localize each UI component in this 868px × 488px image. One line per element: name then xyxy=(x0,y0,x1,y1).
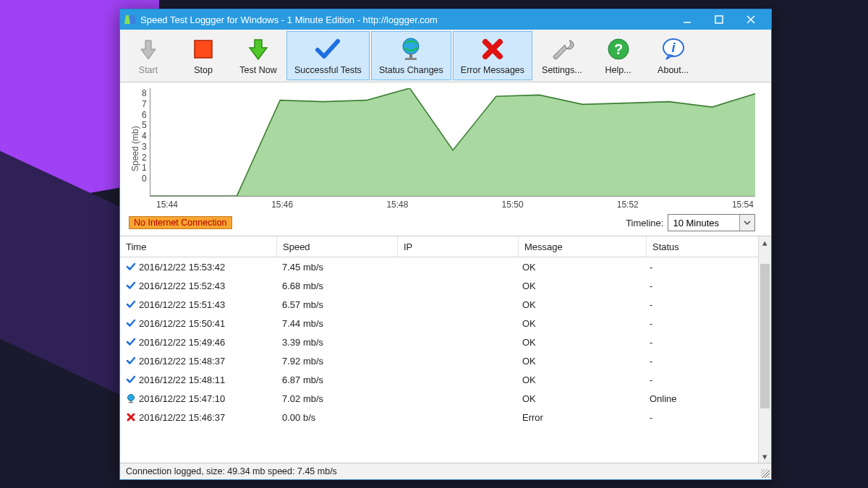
xtick: 15:46 xyxy=(271,200,293,210)
ytick: 2 xyxy=(142,153,147,163)
cell-time: 2016/12/22 15:48:37 xyxy=(139,356,225,367)
maximize-button[interactable] xyxy=(703,9,735,30)
ytick: 5 xyxy=(142,120,147,130)
cell-status: - xyxy=(644,374,771,385)
cell-time: 2016/12/22 15:51:43 xyxy=(139,299,225,310)
minimize-button[interactable] xyxy=(671,9,703,30)
log-table: Time Speed IP Message Status 2016/12/22 … xyxy=(120,236,771,463)
window-title: Speed Test Loggger for Windows - 1 Minut… xyxy=(140,14,438,25)
table-row[interactable]: 2016/12/22 15:51:43 6.57 mb/s OK - xyxy=(120,295,771,314)
error-messages-toggle[interactable]: Error Messages xyxy=(453,31,532,80)
settings-button[interactable]: Settings... xyxy=(534,31,590,80)
stop-button[interactable]: Stop xyxy=(176,31,230,80)
cell-message: OK xyxy=(516,356,644,367)
start-button[interactable]: Start xyxy=(122,31,175,80)
chart-plot xyxy=(150,88,755,197)
cell-speed: 6.57 mb/s xyxy=(276,299,396,310)
check-icon xyxy=(126,299,136,309)
cell-time: 2016/12/22 15:49:46 xyxy=(139,337,225,348)
info-icon: i xyxy=(659,35,688,64)
chart-ylabel: Speed (mb) xyxy=(129,88,142,197)
test-now-icon xyxy=(244,35,273,64)
svg-rect-6 xyxy=(409,53,412,58)
table-row[interactable]: 2016/12/22 15:46:37 0.00 b/s Error - xyxy=(120,408,771,427)
toolbar: Start Stop Test Now Successful Tests Sta… xyxy=(120,30,771,82)
cell-message: OK xyxy=(516,393,644,404)
timeline-select[interactable]: 10 Minutes xyxy=(668,214,755,231)
cell-message: OK xyxy=(516,262,644,273)
scrollbar[interactable]: ▴ ▾ xyxy=(758,236,771,463)
cell-time: 2016/12/22 15:53:42 xyxy=(139,262,225,273)
ytick: 3 xyxy=(142,142,147,152)
timeline-value: 10 Minutes xyxy=(668,218,739,228)
status-text: Connection logged, size: 49.34 mb speed:… xyxy=(126,466,337,476)
successful-tests-toggle[interactable]: Successful Tests xyxy=(286,31,370,80)
chevron-down-icon xyxy=(739,215,754,231)
globe-icon xyxy=(126,393,136,403)
cell-speed: 6.68 mb/s xyxy=(276,281,396,291)
globe-icon xyxy=(396,35,425,64)
table-row[interactable]: 2016/12/22 15:50:41 7.44 mb/s OK - xyxy=(120,314,771,333)
cell-speed: 7.45 mb/s xyxy=(276,262,396,273)
stop-icon xyxy=(189,35,218,64)
cell-time: 2016/12/22 15:47:10 xyxy=(139,393,225,404)
titlebar[interactable]: Speed Test Loggger for Windows - 1 Minut… xyxy=(120,9,771,30)
xtick: 15:54 xyxy=(732,200,754,210)
cell-time: 2016/12/22 15:50:41 xyxy=(139,318,225,329)
cell-speed: 7.44 mb/s xyxy=(276,318,396,329)
cell-status: Online xyxy=(644,393,771,404)
cell-speed: 7.02 mb/s xyxy=(276,393,396,404)
no-connection-badge: No Internet Connection xyxy=(129,216,232,229)
col-ip[interactable]: IP xyxy=(398,236,519,257)
check-icon xyxy=(126,337,136,347)
cell-status: - xyxy=(644,281,771,291)
scroll-thumb[interactable] xyxy=(760,264,770,408)
wrench-icon xyxy=(548,35,576,64)
help-icon: ? xyxy=(604,35,633,64)
col-status[interactable]: Status xyxy=(647,236,771,257)
svg-rect-14 xyxy=(129,402,133,403)
chart-yaxis: 876543210 xyxy=(142,88,150,197)
cell-status: - xyxy=(644,412,771,423)
cell-message: Error xyxy=(516,412,644,423)
table-row[interactable]: 2016/12/22 15:48:11 6.87 mb/s OK - xyxy=(120,370,771,389)
cell-speed: 7.92 mb/s xyxy=(276,356,396,367)
cell-speed: 0.00 b/s xyxy=(276,412,396,423)
error-icon xyxy=(478,35,507,64)
about-button[interactable]: i About... xyxy=(647,31,700,80)
cell-status: - xyxy=(644,299,771,310)
ytick: 1 xyxy=(142,163,147,173)
check-icon xyxy=(126,281,136,291)
cell-speed: 6.87 mb/s xyxy=(276,374,396,385)
table-row[interactable]: 2016/12/22 15:53:42 7.45 mb/s OK - xyxy=(120,257,771,276)
ytick: 7 xyxy=(142,99,147,109)
svg-rect-7 xyxy=(405,58,417,60)
resize-grip[interactable] xyxy=(761,469,770,478)
close-button[interactable] xyxy=(735,9,767,30)
col-speed[interactable]: Speed xyxy=(277,236,398,257)
col-message[interactable]: Message xyxy=(519,236,647,257)
cell-message: OK xyxy=(516,318,644,329)
status-changes-toggle[interactable]: Status Changes xyxy=(371,31,451,80)
scroll-down-icon[interactable]: ▾ xyxy=(759,450,771,463)
check-icon xyxy=(126,318,136,328)
xtick: 15:44 xyxy=(156,200,178,210)
timeline-label: Timeline: xyxy=(626,218,663,228)
col-time[interactable]: Time xyxy=(120,236,277,257)
cell-time: 2016/12/22 15:52:43 xyxy=(139,281,225,291)
svg-text:?: ? xyxy=(614,41,623,57)
ytick: 8 xyxy=(142,88,147,98)
cell-time: 2016/12/22 15:46:37 xyxy=(139,412,225,423)
table-row[interactable]: 2016/12/22 15:52:43 6.68 mb/s OK - xyxy=(120,276,771,295)
table-row[interactable]: 2016/12/22 15:47:10 7.02 mb/s OK Online xyxy=(120,389,771,408)
cell-message: OK xyxy=(516,299,644,310)
ytick: 4 xyxy=(142,131,147,141)
test-now-button[interactable]: Test Now xyxy=(231,31,285,80)
cell-speed: 3.39 mb/s xyxy=(276,337,396,348)
table-row[interactable]: 2016/12/22 15:49:46 3.39 mb/s OK - xyxy=(120,333,771,351)
chart-area: Speed (mb) 876543210 15:4415:4615:4815:5… xyxy=(120,82,771,210)
help-button[interactable]: ? Help... xyxy=(592,31,645,80)
scroll-up-icon[interactable]: ▴ xyxy=(759,236,771,249)
cell-time: 2016/12/22 15:48:11 xyxy=(139,374,225,385)
table-row[interactable]: 2016/12/22 15:48:37 7.92 mb/s OK - xyxy=(120,351,771,370)
